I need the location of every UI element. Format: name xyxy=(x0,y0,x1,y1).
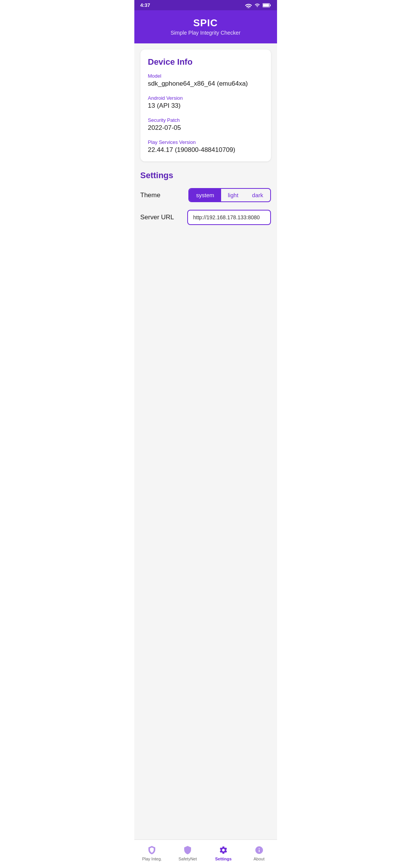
settings-title: Settings xyxy=(140,171,271,180)
bottom-nav: Play Integ. SafetyNet Settings About xyxy=(134,839,277,868)
nav-item-settings[interactable]: Settings xyxy=(210,844,237,863)
theme-label: Theme xyxy=(140,191,161,199)
security-patch-label: Security Patch xyxy=(148,117,263,123)
device-info-title: Device Info xyxy=(148,57,263,67)
play-integrity-icon xyxy=(147,845,157,855)
play-services-value: 22.44.17 (190800-488410709) xyxy=(148,146,263,154)
settings-icon xyxy=(218,845,228,855)
server-url-label: Server URL xyxy=(140,214,174,221)
model-label: Model xyxy=(148,73,263,79)
nav-label-about: About xyxy=(253,857,264,861)
safety-net-icon xyxy=(183,845,193,855)
about-icon xyxy=(254,845,264,855)
svg-rect-1 xyxy=(270,4,271,6)
nav-label-play-integrity: Play Integ. xyxy=(142,857,162,861)
play-services-label: Play Services Version xyxy=(148,139,263,145)
android-version-label: Android Version xyxy=(148,95,263,101)
nav-item-about[interactable]: About xyxy=(246,844,272,863)
security-patch-value: 2022-07-05 xyxy=(148,124,263,132)
device-info-card: Device Info Model sdk_gphone64_x86_64 (e… xyxy=(140,49,271,161)
security-patch-field: Security Patch 2022-07-05 xyxy=(148,117,263,132)
settings-section: Settings Theme system light dark Server … xyxy=(140,169,271,239)
nav-item-play-integrity[interactable]: Play Integ. xyxy=(139,844,165,863)
theme-option-system[interactable]: system xyxy=(189,189,221,201)
status-icons xyxy=(245,3,271,8)
main-content: Device Info Model sdk_gphone64_x86_64 (e… xyxy=(134,43,277,839)
android-version-field: Android Version 13 (API 33) xyxy=(148,95,263,110)
app-header: SPIC Simple Play Integrity Checker xyxy=(134,10,277,43)
android-version-value: 13 (API 33) xyxy=(148,102,263,110)
status-bar: 4:37 xyxy=(134,0,277,10)
app-subtitle: Simple Play Integrity Checker xyxy=(140,30,271,36)
theme-toggle: system light dark xyxy=(188,188,271,202)
app-title: SPIC xyxy=(140,17,271,29)
model-field: Model sdk_gphone64_x86_64 (emu64xa) xyxy=(148,73,263,88)
nav-label-safety-net: SafetyNet xyxy=(178,857,197,861)
theme-option-light[interactable]: light xyxy=(221,189,245,201)
play-services-field: Play Services Version 22.44.17 (190800-4… xyxy=(148,139,263,154)
server-url-input[interactable] xyxy=(187,210,271,225)
signal-icon xyxy=(254,3,260,8)
battery-icon xyxy=(263,3,271,8)
nav-label-settings: Settings xyxy=(215,857,231,861)
theme-option-dark[interactable]: dark xyxy=(245,189,270,201)
wifi-icon xyxy=(245,3,252,8)
svg-rect-2 xyxy=(263,4,269,6)
server-url-row: Server URL xyxy=(140,210,271,225)
nav-item-safety-net[interactable]: SafetyNet xyxy=(174,844,201,863)
model-value: sdk_gphone64_x86_64 (emu64xa) xyxy=(148,80,263,88)
status-time: 4:37 xyxy=(140,2,150,8)
theme-row: Theme system light dark xyxy=(140,188,271,202)
